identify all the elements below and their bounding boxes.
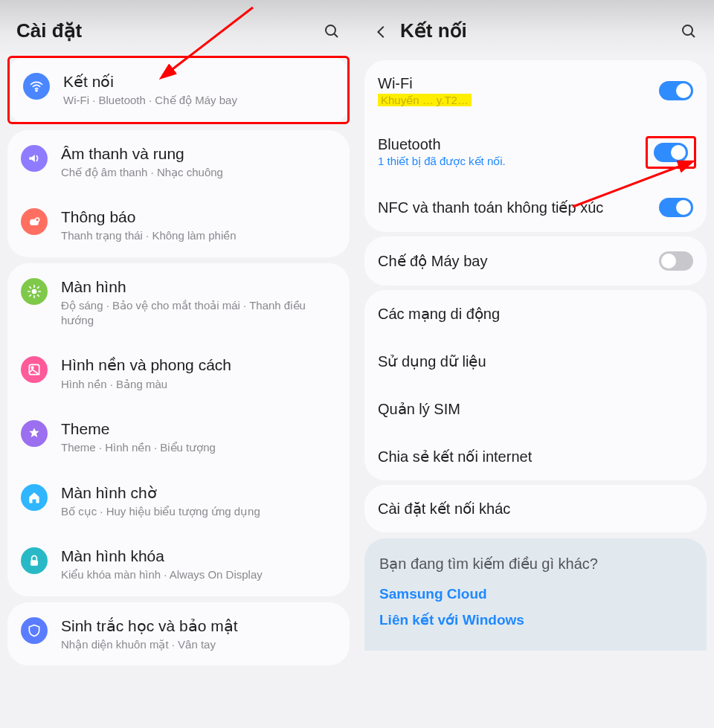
- settings-item-texts: Màn hình Độ sáng · Bảo vệ cho mắt thoải …: [61, 277, 338, 329]
- svg-line-19: [691, 33, 695, 37]
- connections-row[interactable]: Cài đặt kết nối khác: [364, 485, 707, 532]
- svg-point-15: [31, 367, 33, 370]
- settings-group: Màn hình Độ sáng · Bảo vệ cho mắt thoải …: [7, 263, 350, 596]
- shield-icon: [21, 617, 48, 644]
- settings-item-title: Thông báo: [61, 207, 338, 227]
- page-title: Cài đặt: [16, 19, 323, 42]
- row-title: Bluetooth: [378, 136, 649, 153]
- row-title: Chế độ Máy bay: [378, 252, 659, 270]
- row-texts: Sử dụng dữ liệu: [378, 352, 693, 370]
- settings-item-sub: Wi-Fi · Bluetooth · Chế độ Máy bay: [63, 93, 335, 108]
- settings-item-sub: Độ sáng · Bảo vệ cho mắt thoải mái · Tha…: [61, 298, 338, 329]
- row-sub: 1 thiết bị đã được kết nối.: [378, 155, 649, 168]
- settings-item-texts: Sinh trắc học và bảo mật Nhận diện khuôn…: [61, 616, 338, 653]
- row-title: Quản lý SIM: [378, 400, 693, 418]
- settings-item-sub: Nhận diện khuôn mặt · Vân tay: [61, 637, 338, 652]
- settings-item[interactable]: Kết nối Wi-Fi · Bluetooth · Chế độ Máy b…: [7, 56, 350, 124]
- toggle-switch[interactable]: [654, 143, 688, 162]
- settings-group: Sinh trắc học và bảo mật Nhận diện khuôn…: [7, 602, 350, 666]
- svg-point-0: [326, 25, 335, 35]
- settings-item-texts: Theme Theme · Hình nền · Biểu tượng: [61, 419, 338, 456]
- page-title: Kết nối: [400, 19, 680, 42]
- settings-item[interactable]: Màn hình khóa Kiểu khóa màn hình · Alway…: [7, 532, 350, 596]
- settings-item-texts: Màn hình chờ Bố cục · Huy hiệu biểu tượn…: [61, 483, 338, 520]
- wall-icon: [21, 356, 48, 383]
- settings-item-title: Kết nối: [63, 71, 335, 91]
- settings-item[interactable]: Sinh trắc học và bảo mật Nhận diện khuôn…: [7, 602, 350, 666]
- settings-item[interactable]: Âm thanh và rung Chế độ âm thanh · Nhạc …: [7, 130, 350, 194]
- connections-group: Chế độ Máy bay: [364, 236, 707, 286]
- svg-rect-16: [30, 560, 38, 566]
- row-texts: Quản lý SIM: [378, 400, 693, 418]
- search-icon[interactable]: [680, 22, 698, 40]
- connections-row[interactable]: Chế độ Máy bay: [364, 236, 707, 286]
- row-title: Wi-Fi: [378, 75, 659, 92]
- looking-for-something-else: Bạn đang tìm kiếm điều gì khác?Samsung C…: [364, 538, 707, 651]
- row-sub: Khuyến … y.T2…: [378, 94, 659, 106]
- settings-item[interactable]: Thông báo Thanh trạng thái · Không làm p…: [7, 193, 350, 257]
- back-icon[interactable]: [373, 24, 390, 40]
- connections-row[interactable]: Quản lý SIM: [364, 385, 707, 433]
- settings-item-title: Màn hình chờ: [61, 483, 338, 503]
- row-title: Chia sẻ kết nối internet: [378, 448, 693, 466]
- svg-line-13: [38, 286, 39, 288]
- connections-row[interactable]: Các mạng di động: [364, 290, 707, 338]
- svg-point-2: [36, 90, 37, 91]
- settings-item-sub: Kiểu khóa màn hình · Always On Display: [61, 567, 338, 582]
- footer-link[interactable]: Liên kết với Windows: [379, 611, 692, 628]
- home-icon: [21, 484, 48, 511]
- settings-item-texts: Thông báo Thanh trạng thái · Không làm p…: [61, 207, 338, 244]
- connections-row[interactable]: NFC và thanh toán không tiếp xúc: [364, 183, 707, 232]
- settings-item-texts: Kết nối Wi-Fi · Bluetooth · Chế độ Máy b…: [63, 71, 335, 109]
- footer-link[interactable]: Samsung Cloud: [379, 586, 692, 602]
- row-title: Cài đặt kết nối khác: [378, 500, 693, 518]
- svg-point-4: [36, 218, 39, 222]
- settings-item-title: Màn hình khóa: [61, 546, 338, 566]
- wifi-icon: [23, 73, 50, 100]
- connections-row[interactable]: Bluetooth 1 thiết bị đã được kết nối.: [364, 121, 707, 183]
- settings-item[interactable]: Màn hình Độ sáng · Bảo vệ cho mắt thoải …: [7, 263, 350, 342]
- footer-question: Bạn đang tìm kiếm điều gì khác?: [379, 555, 692, 573]
- connections-row[interactable]: Wi-Fi Khuyến … y.T2…: [364, 60, 707, 121]
- settings-item-title: Sinh trắc học và bảo mật: [61, 616, 338, 636]
- connections-group: Cài đặt kết nối khác: [364, 485, 707, 532]
- connections-header: Kết nối: [357, 0, 714, 56]
- settings-item-sub: Bố cục · Huy hiệu biểu tượng ứng dụng: [61, 504, 338, 519]
- settings-item[interactable]: Theme Theme · Hình nền · Biểu tượng: [7, 405, 350, 469]
- settings-item-sub: Chế độ âm thanh · Nhạc chuông: [61, 165, 338, 180]
- settings-header: Cài đặt: [0, 0, 357, 56]
- toggle-switch[interactable]: [659, 198, 693, 217]
- connections-row[interactable]: Chia sẻ kết nối internet: [364, 433, 707, 480]
- row-texts: Bluetooth 1 thiết bị đã được kết nối.: [378, 136, 649, 168]
- settings-item[interactable]: Màn hình chờ Bố cục · Huy hiệu biểu tượn…: [7, 469, 350, 533]
- sound-icon: [21, 145, 48, 172]
- row-title: Các mạng di động: [378, 305, 693, 323]
- display-icon: [21, 278, 48, 305]
- svg-point-18: [683, 25, 692, 35]
- toggle-switch[interactable]: [659, 251, 693, 271]
- row-texts: NFC và thanh toán không tiếp xúc: [378, 199, 659, 216]
- lock-icon: [21, 547, 48, 574]
- connections-row[interactable]: Sử dụng dữ liệu: [364, 338, 707, 385]
- settings-item-texts: Âm thanh và rung Chế độ âm thanh · Nhạc …: [61, 144, 338, 181]
- row-texts: Các mạng di động: [378, 305, 693, 323]
- settings-main-pane: Cài đặt Kết nối Wi-Fi · Bluetooth · Chế …: [0, 0, 357, 728]
- settings-item-title: Hình nền và phong cách: [61, 355, 338, 375]
- settings-item-title: Màn hình: [61, 277, 338, 297]
- connections-pane: Kết nối Wi-Fi Khuyến … y.T2… Bluetooth 1…: [357, 0, 714, 728]
- row-title: Sử dụng dữ liệu: [378, 352, 693, 370]
- settings-item[interactable]: Hình nền và phong cách Hình nền · Bảng m…: [7, 341, 350, 405]
- svg-line-11: [38, 294, 39, 296]
- row-title: NFC và thanh toán không tiếp xúc: [378, 199, 659, 216]
- annotation-highlight-box: [646, 136, 696, 169]
- search-icon[interactable]: [323, 22, 341, 40]
- settings-item-texts: Hình nền và phong cách Hình nền · Bảng m…: [61, 355, 338, 392]
- settings-item-title: Theme: [61, 419, 338, 439]
- settings-item-sub: Thanh trạng thái · Không làm phiền: [61, 228, 338, 243]
- toggle-switch[interactable]: [659, 81, 693, 100]
- row-texts: Wi-Fi Khuyến … y.T2…: [378, 75, 659, 106]
- row-texts: Cài đặt kết nối khác: [378, 500, 693, 518]
- row-texts: Chế độ Máy bay: [378, 252, 659, 270]
- svg-point-5: [32, 289, 37, 294]
- svg-line-10: [30, 286, 31, 288]
